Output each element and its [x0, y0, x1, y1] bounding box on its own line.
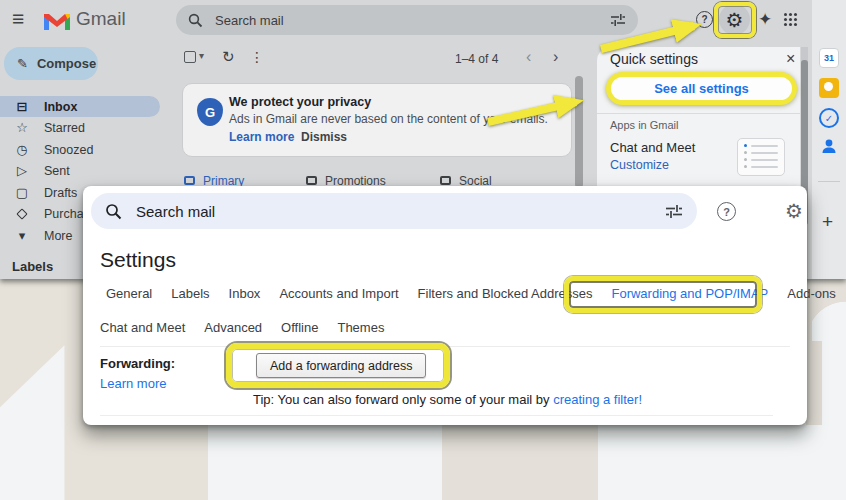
keep-icon[interactable] — [819, 78, 839, 98]
contacts-icon[interactable] — [819, 136, 839, 156]
forwarding-tip: Tip: You can also forward only some of y… — [253, 392, 642, 407]
banner-body: Ads in Gmail are never based on the cont… — [229, 112, 548, 126]
divider — [597, 113, 800, 114]
more-vert-icon[interactable]: ⋮ — [250, 49, 264, 65]
tab-chat-and-meet[interactable]: Chat and Meet — [100, 320, 185, 335]
settings-page-title: Settings — [100, 248, 176, 272]
close-icon[interactable]: × — [786, 50, 795, 68]
tag-icon — [14, 206, 30, 221]
hamburger-menu-icon[interactable]: ≡ — [12, 7, 24, 31]
see-all-settings-button[interactable]: See all settings — [654, 81, 749, 96]
tab-themes[interactable]: Themes — [337, 320, 384, 335]
refresh-icon[interactable]: ↻ — [222, 48, 235, 66]
pencil-icon: ✎ — [17, 56, 28, 71]
help-icon[interactable]: ? — [717, 202, 736, 221]
chat-meet-illustration — [737, 138, 785, 176]
search-icon — [188, 13, 203, 28]
search-icon — [105, 203, 122, 220]
tasks-icon[interactable]: ✓ — [819, 108, 839, 128]
newer-page-icon[interactable]: ‹ — [526, 48, 531, 66]
chat-and-meet-label: Chat and Meet — [610, 140, 695, 155]
tab-add-ons[interactable]: Add-ons — [787, 286, 835, 301]
sidebar-item-starred[interactable]: ☆ Starred — [0, 117, 170, 138]
social-tab-icon — [440, 176, 451, 185]
forwarding-tab-highlight-annotation — [564, 276, 762, 313]
sidebar-item-sent[interactable]: ▷ Sent — [0, 160, 170, 181]
apps-grid-icon[interactable] — [784, 13, 787, 16]
help-icon[interactable]: ? — [696, 11, 713, 28]
tab-labels[interactable]: Labels — [171, 286, 209, 301]
forwarding-learn-more-link[interactable]: Learn more — [100, 376, 166, 391]
draft-icon: ▢ — [14, 185, 30, 200]
privacy-shield-icon: G — [197, 98, 223, 126]
email-list-scrollbar[interactable] — [575, 76, 583, 188]
search-options-icon[interactable] — [610, 13, 626, 27]
star-icon: ☆ — [14, 120, 30, 135]
creating-a-filter-link[interactable]: creating a filter! — [553, 392, 642, 407]
apps-in-gmail-label: Apps in Gmail — [610, 119, 678, 131]
settings-search-bar[interactable]: Search mail — [91, 193, 697, 229]
add-addon-icon[interactable]: + — [822, 211, 833, 233]
search-placeholder: Search mail — [136, 203, 215, 220]
see-all-settings-highlight-annotation: See all settings — [606, 72, 797, 105]
send-icon: ▷ — [14, 163, 30, 178]
primary-tab-icon — [184, 176, 195, 185]
sidebar-item-inbox[interactable]: ⊟ Inbox — [0, 96, 160, 117]
clock-icon: ◷ — [14, 142, 30, 157]
promotions-tab-icon — [306, 176, 317, 185]
gemini-sparkle-icon[interactable]: ✦ — [758, 9, 772, 30]
calendar-icon[interactable]: 31 — [819, 48, 839, 68]
select-caret-icon[interactable]: ▾ — [199, 50, 204, 61]
gmail-logo-text: Gmail — [76, 8, 126, 30]
chevron-down-icon: ▾ — [14, 228, 30, 243]
privacy-banner: G We protect your privacy Ads in Gmail a… — [182, 83, 572, 157]
tab-inbox[interactable]: Inbox — [229, 286, 261, 301]
compose-button[interactable]: ✎ Compose — [4, 47, 98, 80]
search-placeholder: Search mail — [215, 13, 284, 28]
sidebar-item-snoozed[interactable]: ◷ Snoozed — [0, 139, 170, 160]
banner-dismiss-button[interactable]: Dismiss — [301, 130, 347, 144]
search-options-icon[interactable] — [665, 204, 683, 219]
older-page-icon[interactable]: › — [553, 48, 558, 66]
tab-general[interactable]: General — [106, 286, 152, 301]
pagination-label: 1–4 of 4 — [455, 52, 498, 66]
tab-accounts-and-import[interactable]: Accounts and Import — [279, 286, 398, 301]
select-all-checkbox[interactable] — [184, 51, 196, 63]
tab-offline[interactable]: Offline — [281, 320, 318, 335]
settings-page: Search mail ? ⚙ Settings General Labels … — [83, 186, 807, 425]
settings-tabs-row-2: Chat and Meet Advanced Offline Themes — [100, 320, 384, 335]
add-forwarding-highlight-annotation — [226, 343, 450, 388]
settings-gear-icon[interactable]: ⚙ — [785, 199, 803, 223]
divider — [100, 415, 773, 416]
search-bar[interactable]: Search mail — [176, 5, 638, 35]
customize-link[interactable]: Customize — [610, 158, 669, 172]
banner-title: We protect your privacy — [229, 95, 371, 109]
banner-learn-more-link[interactable]: Learn more — [229, 130, 294, 144]
background-shape — [442, 425, 598, 500]
compose-label: Compose — [37, 56, 96, 71]
divider — [818, 181, 840, 182]
forwarding-section-label: Forwarding: — [100, 356, 175, 371]
labels-header: Labels — [12, 259, 53, 274]
quick-settings-title: Quick settings — [610, 51, 698, 67]
tab-advanced[interactable]: Advanced — [204, 320, 262, 335]
inbox-icon: ⊟ — [14, 99, 30, 114]
gear-highlight-annotation — [714, 2, 756, 38]
gmail-logo-icon — [44, 11, 70, 30]
